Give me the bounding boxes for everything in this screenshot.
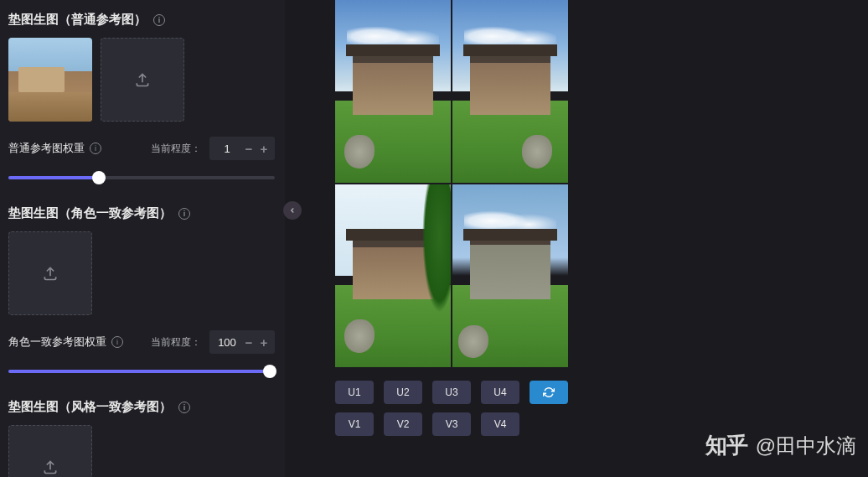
upscale-4-button[interactable]: U4 [481,381,519,404]
info-icon[interactable]: i [111,336,123,348]
upscale-2-button[interactable]: U2 [384,381,422,404]
normal-ref-stepper: 1 − + [209,137,275,160]
reroll-button[interactable] [530,381,568,404]
settings-sidebar: 垫图生图（普通参考图） i 普通参考图权重 i 当前程度： 1 − + 垫图生图… [0,0,285,477]
upscale-row: U1 U2 U3 U4 [335,381,868,404]
role-ref-weight-label: 角色一致参考图权重 i [8,334,123,350]
info-icon[interactable]: i [90,143,101,154]
minus-button[interactable]: − [241,334,256,350]
upscale-1-button[interactable]: U1 [335,381,374,404]
info-icon[interactable]: i [178,208,190,220]
chevron-left-icon [288,206,297,215]
upload-icon [42,459,59,475]
info-icon[interactable]: i [153,14,165,26]
slider-fill [8,176,99,179]
normal-ref-slider[interactable] [8,170,275,185]
variation-1-button[interactable]: V1 [335,412,374,436]
result-actions: U1 U2 U3 U4 V1 V2 V3 V4 [335,381,868,436]
normal-ref-value[interactable]: 1 [213,143,241,155]
role-ref-weight-row: 角色一致参考图权重 i 当前程度： 100 − + [8,330,275,354]
results-panel: U1 U2 U3 U4 V1 V2 V3 V4 [285,0,868,477]
variation-4-button[interactable]: V4 [481,412,519,436]
role-ref-weight-label-text: 角色一致参考图权重 [8,334,106,350]
style-ref-upload-row [8,425,275,477]
panel-divider [285,0,292,477]
normal-ref-upload-box[interactable] [101,38,184,122]
result-image-4[interactable] [452,184,568,367]
normal-ref-weight-row: 普通参考图权重 i 当前程度： 1 − + [8,137,275,160]
variation-2-button[interactable]: V2 [384,412,422,436]
result-image-grid [335,0,568,367]
style-ref-upload-box[interactable] [8,425,92,477]
normal-ref-upload-row [8,38,275,122]
minus-button[interactable]: − [241,141,256,156]
upload-icon [134,71,151,88]
role-ref-title-text: 垫图生图（角色一致参考图） [8,205,172,221]
style-ref-title: 垫图生图（风格一致参考图） i [8,399,275,415]
plus-button[interactable]: + [256,141,271,156]
role-ref-title: 垫图生图（角色一致参考图） i [8,205,275,221]
variation-3-button[interactable]: V3 [432,412,471,436]
role-ref-current-label: 当前程度： [151,335,201,350]
role-ref-upload-row [8,231,275,315]
upload-icon [42,265,59,282]
result-image-3[interactable] [335,184,451,367]
role-ref-upload-box[interactable] [8,231,92,315]
role-ref-slider[interactable] [8,364,275,379]
result-image-2[interactable] [452,0,568,183]
style-ref-title-text: 垫图生图（风格一致参考图） [8,399,172,415]
info-icon[interactable]: i [178,402,190,413]
plus-button[interactable]: + [256,334,271,350]
role-ref-value[interactable]: 100 [213,336,241,349]
result-image-1[interactable] [335,0,451,183]
slider-thumb[interactable] [92,171,106,184]
slider-thumb[interactable] [263,365,276,378]
slider-fill [8,370,275,373]
variation-row: V1 V2 V3 V4 [335,412,868,436]
normal-ref-thumbnail[interactable] [8,38,92,122]
normal-ref-weight-label-text: 普通参考图权重 [8,141,85,156]
normal-ref-title: 垫图生图（普通参考图） i [8,12,275,28]
collapse-sidebar-button[interactable] [283,201,302,220]
normal-ref-title-text: 垫图生图（普通参考图） [8,12,147,28]
normal-ref-weight-label: 普通参考图权重 i [8,141,101,156]
role-ref-stepper: 100 − + [209,330,275,354]
upscale-3-button[interactable]: U3 [432,381,471,404]
refresh-icon [543,386,555,398]
normal-ref-current-label: 当前程度： [151,142,201,156]
